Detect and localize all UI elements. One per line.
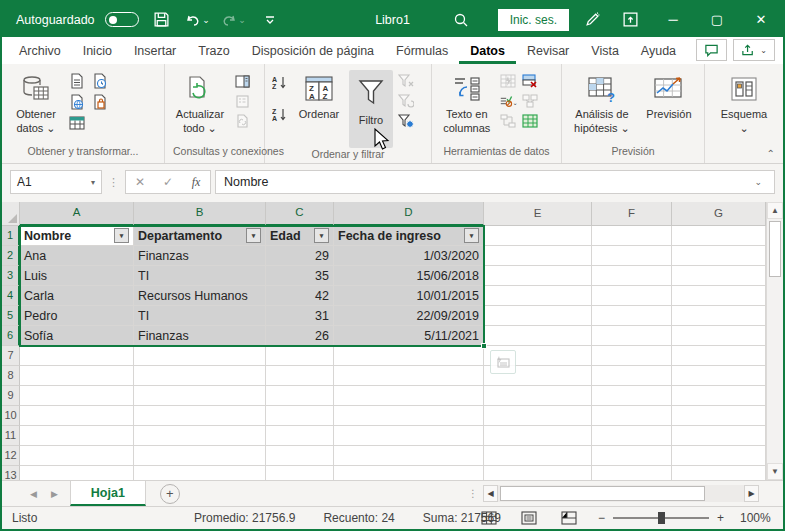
share-button[interactable]: ⌄	[733, 39, 775, 61]
scroll-right-icon[interactable]: ▶	[744, 485, 759, 502]
cell-B12[interactable]	[134, 446, 266, 466]
cell-D5[interactable]: 22/09/2019	[334, 306, 484, 326]
cell-C2[interactable]: 29	[266, 246, 334, 266]
row-header-4[interactable]: 4	[2, 286, 20, 306]
zoom-in-icon[interactable]: +	[717, 511, 724, 525]
add-sheet-button[interactable]: +	[160, 484, 180, 504]
cell-G3[interactable]	[672, 266, 766, 286]
consolidate-icon[interactable]	[521, 93, 539, 109]
filter-dropdown-C1[interactable]: ▾	[314, 228, 329, 243]
status-average[interactable]: Promedio: 21756.9	[194, 511, 295, 525]
row-header-12[interactable]: 12	[2, 446, 20, 466]
cell-A11[interactable]	[20, 426, 134, 446]
cell-F5[interactable]	[592, 306, 672, 326]
collapse-ribbon-icon[interactable]: ⌃	[767, 148, 775, 159]
cell-E9[interactable]	[484, 386, 592, 406]
cell-D11[interactable]	[334, 426, 484, 446]
cell-G7[interactable]	[672, 346, 766, 366]
remove-duplicates-icon[interactable]	[521, 73, 539, 89]
cell-E4[interactable]	[484, 286, 592, 306]
filter-button[interactable]: Filtro	[349, 70, 393, 148]
filter-dropdown-D1[interactable]: ▾	[464, 228, 479, 243]
fill-handle[interactable]	[481, 343, 487, 349]
sort-button[interactable]: ZAAZ Ordenar	[293, 70, 345, 122]
cell-D6[interactable]: 5/11/2021	[334, 326, 484, 346]
cell-C12[interactable]	[266, 446, 334, 466]
cell-F3[interactable]	[592, 266, 672, 286]
cell-C7[interactable]	[266, 346, 334, 366]
cell-C5[interactable]: 31	[266, 306, 334, 326]
tab-insertar[interactable]: Insertar	[123, 40, 187, 64]
cell-B3[interactable]: TI	[134, 266, 266, 286]
from-web-icon[interactable]	[68, 94, 86, 110]
column-header-C[interactable]: C	[266, 202, 334, 226]
undo-button[interactable]: ⌄	[185, 7, 211, 33]
cell-E10[interactable]	[484, 406, 592, 426]
clear-filter-icon[interactable]	[397, 73, 415, 89]
cell-E11[interactable]	[484, 426, 592, 446]
cell-B13[interactable]	[134, 466, 266, 480]
redo-button[interactable]: ⌄	[221, 7, 247, 33]
tab-revisar[interactable]: Revisar	[516, 40, 580, 64]
row-header-9[interactable]: 9	[2, 386, 20, 406]
cell-C3[interactable]: 35	[266, 266, 334, 286]
reapply-filter-icon[interactable]	[397, 93, 415, 109]
sort-za-icon[interactable]: ZA	[271, 106, 289, 122]
tab-ayuda[interactable]: Ayuda	[630, 40, 687, 64]
cell-F2[interactable]	[592, 246, 672, 266]
cell-E5[interactable]	[484, 306, 592, 326]
cell-E1[interactable]	[484, 226, 592, 246]
cell-B11[interactable]	[134, 426, 266, 446]
ribbon-display-options-icon[interactable]	[617, 7, 643, 33]
cell-E3[interactable]	[484, 266, 592, 286]
queries-connections-icon[interactable]	[233, 73, 251, 89]
cell-F12[interactable]	[592, 446, 672, 466]
data-validation-icon[interactable]: ⌄	[499, 93, 517, 109]
row-header-11[interactable]: 11	[2, 426, 20, 446]
cell-F10[interactable]	[592, 406, 672, 426]
advanced-filter-icon[interactable]	[397, 113, 415, 129]
cell-G5[interactable]	[672, 306, 766, 326]
cell-A7[interactable]	[20, 346, 134, 366]
cell-D12[interactable]	[334, 446, 484, 466]
horizontal-scrollbar[interactable]: ◀ ▶	[483, 484, 759, 502]
vertical-scroll-thumb[interactable]	[769, 221, 781, 277]
minimize-button[interactable]: ─	[651, 2, 695, 37]
data-model-icon[interactable]	[521, 113, 539, 129]
column-header-G[interactable]: G	[672, 202, 766, 226]
column-header-D[interactable]: D	[334, 202, 484, 226]
formula-input[interactable]: Nombre ⌄	[215, 170, 775, 194]
cell-B6[interactable]: Finanzas	[134, 326, 266, 346]
cell-D2[interactable]: 1/03/2020	[334, 246, 484, 266]
comments-button[interactable]	[696, 39, 727, 61]
cell-C1[interactable]: Edad▾	[266, 226, 334, 246]
row-header-5[interactable]: 5	[2, 306, 20, 326]
pen-icon[interactable]	[579, 7, 605, 33]
cell-B7[interactable]	[134, 346, 266, 366]
vertical-scrollbar[interactable]: ▲ ▼	[766, 202, 783, 480]
cell-A13[interactable]	[20, 466, 134, 480]
scroll-down-icon[interactable]: ▼	[767, 463, 783, 480]
zoom-slider-thumb[interactable]	[658, 512, 665, 524]
select-all-corner[interactable]	[2, 202, 20, 226]
from-table-range-icon[interactable]	[91, 94, 109, 110]
zoom-out-icon[interactable]: −	[598, 511, 605, 525]
cell-C13[interactable]	[266, 466, 334, 480]
cell-F11[interactable]	[592, 426, 672, 446]
scroll-left-icon[interactable]: ◀	[483, 485, 498, 502]
save-icon[interactable]	[149, 7, 175, 33]
status-count[interactable]: Recuento: 24	[323, 511, 394, 525]
filter-dropdown-B1[interactable]: ▾	[246, 228, 261, 243]
cell-B4[interactable]: Recursos Humanos	[134, 286, 266, 306]
cell-G8[interactable]	[672, 366, 766, 386]
cell-E13[interactable]	[484, 466, 592, 480]
row-header-7[interactable]: 7	[2, 346, 20, 366]
cell-C6[interactable]: 26	[266, 326, 334, 346]
cell-D10[interactable]	[334, 406, 484, 426]
whatif-analysis-button[interactable]: ? Análisis dehipótesis ⌄	[568, 70, 636, 136]
filter-dropdown-A1[interactable]: ▾	[114, 228, 129, 243]
cell-G10[interactable]	[672, 406, 766, 426]
cell-A4[interactable]: Carla	[20, 286, 134, 306]
cell-B5[interactable]: TI	[134, 306, 266, 326]
undo-dropdown-icon[interactable]: ⌄	[202, 15, 210, 25]
